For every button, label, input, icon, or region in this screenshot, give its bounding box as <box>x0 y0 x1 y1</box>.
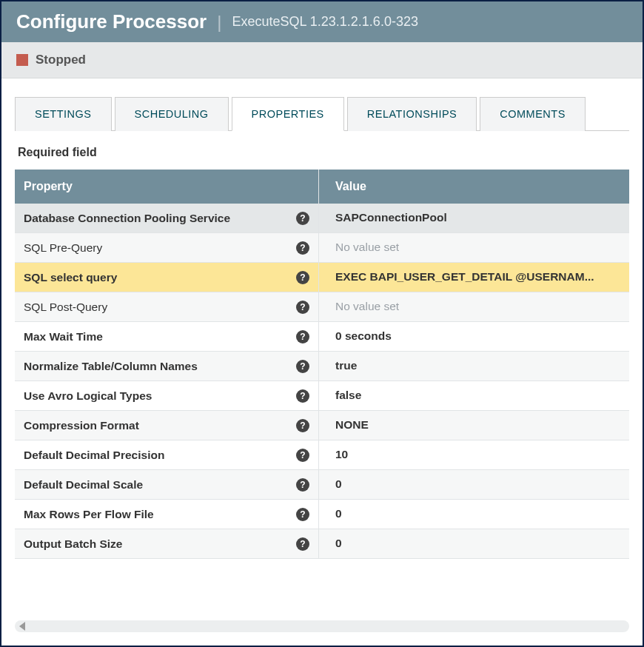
tab-relationships[interactable]: RELATIONSHIPS <box>347 97 477 131</box>
help-icon[interactable]: ? <box>296 478 309 492</box>
help-icon[interactable]: ? <box>296 419 309 432</box>
header-value: Value <box>318 170 629 204</box>
table-row[interactable]: SQL select query?EXEC BAPI_USER_GET_DETA… <box>15 263 629 292</box>
property-cell[interactable]: Default Decimal Precision? <box>15 440 318 469</box>
property-cell[interactable]: Normalize Table/Column Names? <box>15 352 318 381</box>
help-icon[interactable]: ? <box>296 537 309 551</box>
help-icon[interactable]: ? <box>296 449 309 462</box>
property-name: Default Decimal Precision <box>24 449 164 462</box>
tab-comments[interactable]: COMMENTS <box>480 97 586 131</box>
table-row[interactable]: Default Decimal Precision?10 <box>15 440 629 470</box>
help-icon[interactable]: ? <box>296 389 309 403</box>
title-separator: | <box>217 12 221 33</box>
property-cell[interactable]: SQL Pre-Query? <box>15 233 318 262</box>
content-area: SETTINGSSCHEDULINGPROPERTIESRELATIONSHIP… <box>1 78 643 646</box>
value-cell[interactable]: 0 seconds <box>318 322 629 351</box>
tab-settings[interactable]: SETTINGS <box>15 97 112 131</box>
help-icon[interactable]: ? <box>296 330 309 343</box>
table-row[interactable]: Max Rows Per Flow File?0 <box>15 500 629 529</box>
table-row[interactable]: Max Wait Time?0 seconds <box>15 322 629 352</box>
value-cell[interactable]: 0 <box>318 470 629 499</box>
help-icon[interactable]: ? <box>296 301 309 314</box>
property-cell[interactable]: Max Rows Per Flow File? <box>15 500 318 529</box>
property-name: SQL Post-Query <box>24 301 107 314</box>
titlebar: Configure Processor | ExecuteSQL 1.23.1.… <box>1 1 643 42</box>
property-name: Normalize Table/Column Names <box>24 360 198 373</box>
property-cell[interactable]: Output Batch Size? <box>15 529 318 558</box>
property-cell[interactable]: Max Wait Time? <box>15 322 318 351</box>
property-name: Database Connection Pooling Service <box>24 212 230 225</box>
stopped-icon <box>16 54 28 66</box>
value-cell[interactable]: 10 <box>318 440 629 469</box>
table-row[interactable]: Use Avro Logical Types?false <box>15 381 629 411</box>
status-bar: Stopped <box>1 42 643 78</box>
table-rows: Database Connection Pooling Service?SAPC… <box>15 204 629 617</box>
properties-table: Property Value Database Connection Pooli… <box>15 170 629 632</box>
help-icon[interactable]: ? <box>296 271 309 284</box>
table-row[interactable]: Default Decimal Scale?0 <box>15 470 629 500</box>
status-label: Stopped <box>36 53 86 67</box>
property-cell[interactable]: SQL select query? <box>15 263 318 292</box>
value-cell[interactable]: SAPConnectionPool <box>318 204 629 232</box>
value-cell[interactable]: false <box>318 381 629 410</box>
header-property: Property <box>15 170 318 204</box>
value-cell[interactable]: 0 <box>318 500 629 529</box>
help-icon[interactable]: ? <box>296 212 309 225</box>
table-row[interactable]: Output Batch Size?0 <box>15 529 629 559</box>
table-row[interactable]: Database Connection Pooling Service?SAPC… <box>15 204 629 233</box>
value-cell[interactable]: EXEC BAPI_USER_GET_DETAIL @USERNAM... <box>318 263 629 292</box>
help-icon[interactable]: ? <box>296 508 309 521</box>
required-field-label: Required field <box>15 131 629 170</box>
property-name: Use Avro Logical Types <box>24 389 152 403</box>
property-cell[interactable]: Default Decimal Scale? <box>15 470 318 499</box>
tab-properties[interactable]: PROPERTIES <box>232 97 344 131</box>
value-cell[interactable]: No value set <box>318 292 629 321</box>
property-name: Max Wait Time <box>24 330 103 343</box>
table-row[interactable]: Normalize Table/Column Names?true <box>15 352 629 381</box>
value-cell[interactable]: 0 <box>318 529 629 558</box>
horizontal-scrollbar[interactable] <box>15 620 629 632</box>
value-cell[interactable]: NONE <box>318 411 629 440</box>
value-cell[interactable]: true <box>318 352 629 381</box>
table-row[interactable]: SQL Post-Query?No value set <box>15 292 629 322</box>
help-icon[interactable]: ? <box>296 241 309 255</box>
property-name: SQL Pre-Query <box>24 241 102 255</box>
property-cell[interactable]: Database Connection Pooling Service? <box>15 204 318 232</box>
property-name: SQL select query <box>24 271 117 284</box>
chevron-left-icon[interactable] <box>19 622 25 631</box>
property-cell[interactable]: Compression Format? <box>15 411 318 440</box>
configure-processor-dialog: Configure Processor | ExecuteSQL 1.23.1.… <box>0 0 644 647</box>
table-row[interactable]: SQL Pre-Query?No value set <box>15 233 629 263</box>
value-cell[interactable]: No value set <box>318 233 629 262</box>
help-icon[interactable]: ? <box>296 360 309 373</box>
property-name: Max Rows Per Flow File <box>24 508 154 521</box>
dialog-subtitle: ExecuteSQL 1.23.1.2.1.6.0-323 <box>232 14 418 30</box>
table-header: Property Value <box>15 170 629 204</box>
property-cell[interactable]: Use Avro Logical Types? <box>15 381 318 410</box>
table-row[interactable]: Compression Format?NONE <box>15 411 629 440</box>
tab-scheduling[interactable]: SCHEDULING <box>115 97 229 131</box>
property-name: Default Decimal Scale <box>24 478 143 492</box>
property-name: Compression Format <box>24 419 139 432</box>
property-name: Output Batch Size <box>24 537 122 551</box>
tab-bar: SETTINGSSCHEDULINGPROPERTIESRELATIONSHIP… <box>15 96 629 131</box>
property-cell[interactable]: SQL Post-Query? <box>15 292 318 321</box>
dialog-title: Configure Processor <box>16 10 207 33</box>
